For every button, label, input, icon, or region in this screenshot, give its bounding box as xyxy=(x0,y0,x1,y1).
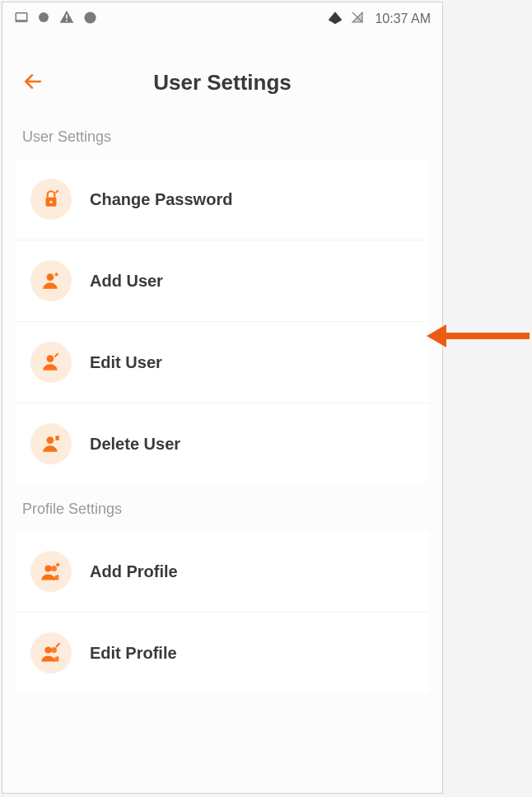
warning-icon xyxy=(58,9,75,29)
annotation-arrow xyxy=(427,319,532,356)
item-label: Change Password xyxy=(90,190,232,209)
lock-edit-icon xyxy=(30,179,72,220)
card-profile-settings: Add Profile Edit Profile xyxy=(16,531,429,693)
item-label: Add Profile xyxy=(90,562,178,581)
svg-point-16 xyxy=(44,565,51,571)
svg-line-13 xyxy=(54,353,58,357)
signal-icon xyxy=(350,10,365,28)
svg-rect-3 xyxy=(66,15,68,19)
users-plus-icon xyxy=(30,551,72,592)
arrow-left-annotation-icon xyxy=(427,319,532,352)
svg-rect-4 xyxy=(66,20,68,21)
list-item-delete-user[interactable]: Delete User xyxy=(16,403,429,484)
phone-frame: 10:37 AM User Settings User Settings Cha… xyxy=(2,2,443,794)
status-left xyxy=(14,9,97,29)
back-button[interactable] xyxy=(22,71,44,96)
globe-icon xyxy=(83,11,97,28)
svg-marker-22 xyxy=(427,324,446,347)
card-icon xyxy=(14,10,29,28)
item-label: Edit User xyxy=(90,353,162,372)
section-title-profile-settings: Profile Settings xyxy=(16,501,429,531)
page-title: User Settings xyxy=(22,70,422,96)
users-edit-icon xyxy=(30,632,72,673)
wifi-icon xyxy=(327,9,343,29)
svg-point-11 xyxy=(47,273,54,281)
svg-line-20 xyxy=(56,643,60,647)
svg-point-17 xyxy=(51,566,57,571)
user-delete-icon xyxy=(30,423,72,464)
header: User Settings xyxy=(2,35,442,112)
user-edit-icon xyxy=(30,342,72,383)
section-user-settings: User Settings Change Password Add User E… xyxy=(2,112,442,484)
item-label: Delete User xyxy=(90,435,180,454)
list-item-add-profile[interactable]: Add Profile xyxy=(16,531,429,612)
item-label: Add User xyxy=(90,272,163,291)
status-bar: 10:37 AM xyxy=(2,2,442,35)
svg-point-12 xyxy=(47,355,54,362)
svg-line-10 xyxy=(55,190,58,193)
section-title-user-settings: User Settings xyxy=(16,128,429,159)
list-item-change-password[interactable]: Change Password xyxy=(16,159,429,240)
status-time: 10:37 AM xyxy=(375,12,431,26)
arrow-left-icon xyxy=(22,71,44,92)
section-profile-settings: Profile Settings Add Profile Edit Profil… xyxy=(2,484,442,693)
svg-point-9 xyxy=(49,201,52,203)
svg-rect-15 xyxy=(55,436,58,440)
card-user-settings: Change Password Add User Edit User Delet… xyxy=(16,159,429,484)
item-label: Edit Profile xyxy=(90,644,177,663)
user-plus-icon xyxy=(30,260,72,301)
list-item-edit-profile[interactable]: Edit Profile xyxy=(16,612,429,693)
list-item-edit-user[interactable]: Edit User xyxy=(16,321,429,403)
svg-point-14 xyxy=(47,436,54,444)
svg-point-2 xyxy=(39,12,49,22)
status-right: 10:37 AM xyxy=(327,9,431,29)
svg-point-5 xyxy=(85,12,96,23)
list-item-add-user[interactable]: Add User xyxy=(16,240,429,321)
svg-point-18 xyxy=(44,646,51,653)
circle-icon xyxy=(37,11,50,27)
svg-point-19 xyxy=(51,647,57,653)
